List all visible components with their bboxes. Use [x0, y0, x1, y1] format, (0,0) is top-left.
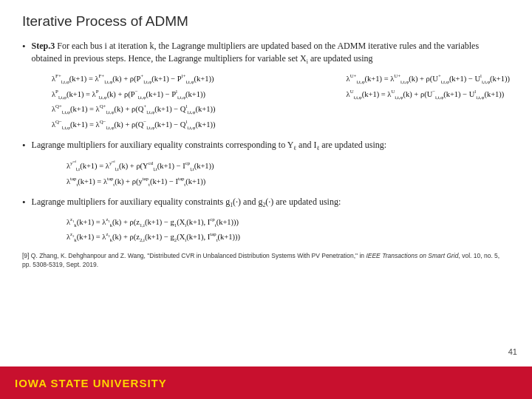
math-eq-3b: λtapt(k+1) = λtapt(k) + ρ(ytapt(k+1) − I… — [66, 175, 205, 189]
math-block-3: λz1k(k+1) = λz1k(k) + ρ(z1,i(k+1) − g1(X… — [22, 216, 510, 245]
math-eq-1b: λPl,t,φ(k+1) = λPl,t,φ(k) + ρ(P−l,t,φ(k+… — [52, 88, 215, 102]
bullet-item-2: • Lagrange multipliers for auxiliary equ… — [22, 139, 510, 153]
university-name: Iowa State University — [15, 377, 167, 389]
math-equations-3: λz1k(k+1) = λz1k(k) + ρ(z1,i(k+1) − g1(X… — [66, 216, 240, 245]
math-eq-4b: λz2k(k+1) = λz2k(k) + ρ(z2,i(k+1) − g2(X… — [66, 231, 240, 245]
footnote: [9] Q. Zhang, K. Dehghanpour and Z. Wang… — [22, 252, 510, 270]
math-eq-3a: λycdl,t(k+1) = λycdl,t(k) + ρ(Ycdl,t(k+1… — [66, 159, 214, 174]
bullet-dot-1: • — [22, 41, 26, 52]
math-col-left-1: λF+l,t,φ(k+1) = λF+l,t,φ(k) + ρ(P+l,t,φ(… — [52, 72, 215, 132]
math-eq-1c: λQ+l,t,φ(k+1) = λQ+l,t,φ(k) + ρ(Q+l,t,φ(… — [52, 103, 215, 117]
math-block-1: λF+l,t,φ(k+1) = λF+l,t,φ(k) + ρ(P+l,t,φ(… — [22, 72, 510, 132]
bullet-dot-2: • — [22, 140, 26, 151]
math-eq-2a: λU+i,t,φ(k+1) = λU+i,t,φ(k) + ρ(U+i,t,φ(… — [347, 72, 510, 86]
bullet-item-3: • Lagrange multipliers for auxiliary equ… — [22, 196, 510, 210]
math-eq-4a: λz1k(k+1) = λz1k(k) + ρ(z1,i(k+1) − g1(X… — [66, 216, 239, 230]
bullet-text-2: Lagrange multipliers for auxiliary equal… — [32, 139, 387, 153]
math-equations-2: λycdl,t(k+1) = λycdl,t(k) + ρ(Ycdl,t(k+1… — [66, 159, 214, 188]
bullet-item-1: • Step.3 For each bus i at iteration k, … — [22, 40, 510, 66]
math-eq-1d: λQ−l,t,φ(k+1) = λQ−l,t,φ(k) + ρ(Q−l,t,φ(… — [52, 118, 215, 132]
math-eq-2b: λUi,t,φ(k+1) = λUi,t,φ(k) + ρ(U−i,t,φ(k+… — [347, 88, 510, 102]
bullet-section-3: • Lagrange multipliers for auxiliary equ… — [22, 196, 510, 245]
bullet-dot-3: • — [22, 197, 26, 208]
math-eq-1a: λF+l,t,φ(k+1) = λF+l,t,φ(k) + ρ(P+l,t,φ(… — [52, 72, 215, 86]
math-eq-2d — [347, 117, 510, 129]
main-content: Iterative Process of ADMM • Step.3 For e… — [0, 0, 532, 277]
math-block-2: λycdl,t(k+1) = λycdl,t(k) + ρ(Ycdl,t(k+1… — [22, 159, 510, 188]
bullet-section-1: • Step.3 For each bus i at iteration k, … — [22, 40, 510, 132]
bullet-text-1: Step.3 For each bus i at iteration k, th… — [32, 40, 510, 66]
bullet-section-2: • Lagrange multipliers for auxiliary equ… — [22, 139, 510, 188]
bullet-text-3: Lagrange multipliers for auxiliary equal… — [32, 196, 341, 210]
bottom-bar: Iowa State University — [0, 366, 532, 399]
math-col-right-1: λU+i,t,φ(k+1) = λU+i,t,φ(k) + ρ(U+i,t,φ(… — [347, 72, 510, 132]
page-number: 41 — [508, 347, 517, 356]
page-title: Iterative Process of ADMM — [22, 13, 510, 30]
math-eq-2c — [347, 103, 510, 115]
